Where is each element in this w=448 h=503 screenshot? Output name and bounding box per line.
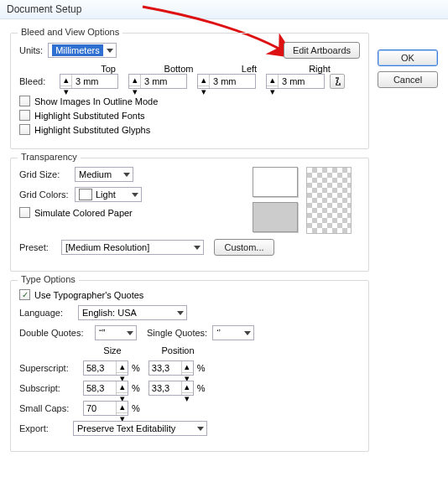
pct-label: % bbox=[197, 383, 206, 393]
spin-up-icon[interactable]: ▴ bbox=[60, 75, 71, 86]
bleed-label: Bleed: bbox=[19, 76, 55, 86]
units-label: Units: bbox=[19, 45, 43, 55]
dq-select[interactable]: “” bbox=[95, 325, 137, 340]
bleed-left-value: 3 mm bbox=[210, 75, 255, 88]
sq-select[interactable]: ‘’ bbox=[212, 325, 254, 340]
pct-label: % bbox=[132, 383, 140, 393]
check-simulate[interactable]: Simulate Colored Paper bbox=[19, 207, 253, 218]
chevron-down-icon bbox=[132, 193, 138, 197]
sub-pos-field[interactable]: 33,3▴▾ bbox=[148, 381, 194, 396]
check-glyphs[interactable]: Highlight Substituted Glyphs bbox=[19, 124, 360, 135]
group-transparency-legend: Transparency bbox=[18, 152, 81, 162]
checker-preview bbox=[306, 167, 352, 234]
hdr-left: Left bbox=[219, 64, 279, 74]
spin-up-icon[interactable]: ▴ bbox=[267, 75, 278, 86]
chevron-down-icon bbox=[197, 427, 204, 431]
spin-up-icon[interactable]: ▴ bbox=[198, 75, 209, 86]
export-label: Export: bbox=[19, 423, 68, 433]
group-transparency: Transparency Grid Size: Medium Grid Colo… bbox=[10, 158, 369, 272]
check-outline[interactable]: Show Images In Outline Mode bbox=[19, 96, 360, 106]
check-fonts-label: Highlight Substituted Fonts bbox=[34, 111, 144, 121]
custom-button[interactable]: Custom... bbox=[214, 239, 274, 256]
export-select[interactable]: Preserve Text Editability bbox=[73, 421, 207, 436]
super-pos-field[interactable]: 33,3▴▾ bbox=[148, 360, 194, 376]
title-bar: Document Setup bbox=[0, 0, 448, 19]
chevron-down-icon bbox=[177, 311, 184, 315]
check-glyphs-label: Highlight Substituted Glyphs bbox=[34, 125, 150, 135]
language-value: English: USA bbox=[82, 308, 137, 318]
chevron-down-icon bbox=[244, 331, 251, 335]
bleed-bottom-value: 3 mm bbox=[141, 75, 186, 88]
group-type: Type Options ✓ Use Typographer's Quotes … bbox=[10, 280, 369, 452]
swatch-bottom[interactable] bbox=[253, 202, 298, 232]
super-label: Superscript: bbox=[19, 363, 78, 373]
gridcolors-value: Light bbox=[96, 189, 116, 200]
pct-label: % bbox=[132, 363, 140, 373]
check-outline-label: Show Images In Outline Mode bbox=[34, 96, 158, 106]
size-header: Size bbox=[91, 345, 133, 355]
check-simulate-label: Simulate Colored Paper bbox=[34, 208, 133, 218]
bleed-top-field[interactable]: ▴▾ 3 mm bbox=[60, 74, 118, 89]
edit-artboards-button[interactable]: Edit Artboards bbox=[284, 42, 360, 59]
gridsize-select[interactable]: Medium bbox=[75, 167, 133, 182]
checkbox-icon: ✓ bbox=[19, 289, 30, 300]
chevron-down-icon bbox=[194, 246, 201, 250]
gridsize-label: Grid Size: bbox=[19, 169, 70, 179]
gridsize-value: Medium bbox=[79, 169, 112, 179]
link-values-icon[interactable] bbox=[330, 74, 345, 89]
chevron-down-icon bbox=[123, 173, 130, 177]
check-tick-icon: ✓ bbox=[22, 291, 29, 299]
group-bleed-legend: Bleed and View Options bbox=[18, 27, 122, 37]
language-select[interactable]: English: USA bbox=[78, 305, 187, 320]
bleed-left-field[interactable]: ▴▾ 3 mm bbox=[197, 74, 256, 89]
gridcolors-select[interactable]: Light bbox=[75, 187, 142, 202]
super-size-field[interactable]: 58,3▴▾ bbox=[83, 360, 128, 376]
super-pos-value: 33,3 bbox=[149, 361, 181, 375]
sub-label: Subscript: bbox=[19, 383, 78, 393]
checkbox-icon bbox=[19, 96, 30, 106]
smallcaps-field[interactable]: 70▴▾ bbox=[83, 401, 128, 416]
units-select[interactable]: Millimeters bbox=[48, 43, 117, 58]
sub-size-value: 58,3 bbox=[84, 381, 116, 395]
export-value: Preserve Text Editability bbox=[77, 423, 175, 433]
checkbox-icon bbox=[19, 110, 30, 121]
smallcaps-label: Small Caps: bbox=[19, 403, 78, 413]
language-label: Language: bbox=[19, 308, 73, 318]
group-type-legend: Type Options bbox=[18, 274, 79, 284]
window-title: Document Setup bbox=[7, 3, 81, 15]
checkbox-icon bbox=[19, 124, 30, 135]
checkbox-icon bbox=[19, 207, 30, 218]
smallcaps-value: 70 bbox=[84, 402, 116, 415]
spin-down-icon[interactable]: ▾ bbox=[267, 86, 278, 97]
sq-value: ‘’ bbox=[216, 328, 221, 338]
check-typographers-label: Use Typographer's Quotes bbox=[34, 290, 143, 300]
dq-label: Double Quotes: bbox=[19, 328, 90, 338]
ok-button[interactable]: OK bbox=[378, 49, 438, 66]
sq-label: Single Quotes: bbox=[147, 328, 207, 338]
cancel-button[interactable]: Cancel bbox=[378, 71, 438, 88]
preset-select[interactable]: [Medium Resolution] bbox=[61, 240, 204, 255]
chevron-down-icon bbox=[107, 49, 113, 53]
preset-label: Preset: bbox=[19, 242, 56, 252]
hdr-right: Right bbox=[289, 64, 350, 74]
check-typographers[interactable]: ✓ Use Typographer's Quotes bbox=[19, 289, 360, 300]
hdr-bottom: Bottom bbox=[148, 64, 209, 74]
check-fonts[interactable]: Highlight Substituted Fonts bbox=[19, 110, 360, 121]
bleed-bottom-field[interactable]: ▴▾ 3 mm bbox=[128, 74, 187, 89]
gridcolors-label: Grid Colors: bbox=[19, 189, 70, 200]
units-value: Millimeters bbox=[52, 44, 103, 56]
pct-label: % bbox=[132, 403, 140, 413]
swatch-top[interactable] bbox=[253, 167, 298, 197]
preset-value: [Medium Resolution] bbox=[65, 242, 149, 252]
bleed-right-field[interactable]: ▴▾ 3 mm bbox=[266, 74, 325, 89]
color-chip-icon bbox=[79, 189, 92, 200]
bleed-right-value: 3 mm bbox=[279, 75, 324, 88]
pos-header: Position bbox=[157, 345, 199, 355]
group-bleed: Bleed and View Options Units: Millimeter… bbox=[10, 33, 369, 149]
pct-label: % bbox=[197, 363, 206, 373]
spin-up-icon[interactable]: ▴ bbox=[129, 75, 140, 86]
spin-down-icon[interactable]: ▾ bbox=[198, 86, 209, 97]
super-size-value: 58,3 bbox=[84, 361, 116, 375]
sub-size-field[interactable]: 58,3▴▾ bbox=[83, 381, 128, 396]
dq-value: “” bbox=[99, 328, 105, 338]
